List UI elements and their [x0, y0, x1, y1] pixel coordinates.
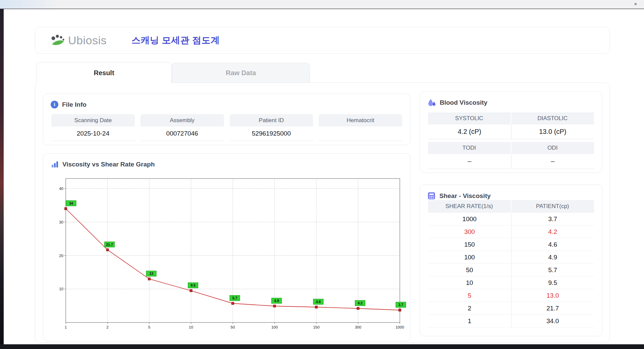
table-row: 150 4.6 [428, 238, 594, 251]
svg-text:1000: 1000 [395, 325, 404, 329]
ubiosis-logo-text: Ubiosis [68, 34, 107, 47]
systolic-value: 4.2 (cP) [428, 124, 511, 139]
shear-rate-cell: 10 [428, 277, 511, 289]
file-info-fields: Scanning Date 2025-10-24 Assembly 000727… [43, 108, 410, 141]
table-row: 1000 3.7 [428, 213, 594, 226]
leaf-dots-icon [51, 34, 66, 47]
blood-viscosity-title: Blood Viscosity [440, 99, 487, 106]
shear-rate-cell: 300 [428, 226, 511, 238]
shear-rate-cell: 1 [428, 315, 511, 328]
svg-text:4.2: 4.2 [358, 301, 363, 305]
table-row: 300 4.2 [428, 226, 594, 238]
app-title: 스캐닝 모세관 점도계 [131, 34, 220, 46]
field-assembly: Assembly 000727046 [141, 114, 224, 141]
svg-text:30: 30 [59, 220, 63, 224]
blood-viscosity-header: Blood Viscosity [420, 92, 602, 107]
calculator-icon [427, 192, 436, 200]
close-icon[interactable]: × [633, 1, 639, 7]
svg-text:10: 10 [59, 287, 63, 291]
svg-text:1: 1 [65, 325, 67, 329]
svg-text:4.6: 4.6 [316, 300, 321, 304]
patient-cell: 5.7 [511, 264, 594, 277]
table-row: 50 5.7 [428, 264, 594, 277]
systolic-label: SYSTOLIC [428, 112, 511, 124]
svg-text:150: 150 [313, 325, 319, 329]
shear-rate-cell: 50 [428, 264, 511, 277]
svg-text:100: 100 [271, 325, 278, 329]
todi-label: TODI [428, 142, 511, 154]
bv-header-row: TODI ODI [428, 142, 594, 154]
diastolic-value: 13.0 (cP) [511, 124, 594, 139]
svg-text:10: 10 [189, 325, 193, 329]
patient-cell: 4.6 [511, 238, 594, 251]
field-scanning-date: Scanning Date 2025-10-24 [51, 114, 135, 141]
svg-text:9.5: 9.5 [191, 283, 196, 287]
svg-text:5.7: 5.7 [232, 296, 237, 300]
svg-text:20: 20 [59, 254, 63, 258]
field-patient-id: Patient ID 52961925000 [230, 114, 313, 141]
field-label: Assembly [141, 114, 224, 127]
field-value [319, 127, 402, 141]
bar-chart-icon [51, 160, 59, 168]
svg-text:21.7: 21.7 [106, 243, 113, 247]
droplet-icon [427, 98, 436, 107]
patient-cell: 4.9 [511, 251, 594, 264]
file-info-card: i File Info Scanning Date 2025-10-24 Ass… [43, 94, 411, 145]
field-value: 52961925000 [230, 127, 313, 141]
graph-header: Viscosity vs Shear Rate Graph [43, 154, 410, 168]
patient-cell: 13.0 [511, 289, 594, 302]
file-info-header: i File Info [43, 94, 410, 108]
tab-result[interactable]: Result [36, 62, 172, 83]
bv-value-row: 4.2 (cP) 13.0 (cP) [428, 124, 594, 139]
shear-table-header: SHEAR RATE(1/s) PATIENT(cp) [428, 200, 594, 213]
shear-rate-cell: 100 [428, 251, 511, 264]
shear-rate-column-header: SHEAR RATE(1/s) [428, 200, 511, 213]
bv-header-row: SYSTOLIC DIASTOLIC [428, 112, 594, 124]
odi-value: – [511, 154, 594, 169]
table-row: 2 21.7 [428, 302, 594, 315]
patient-cell: 21.7 [511, 302, 594, 315]
patient-cell: 3.7 [511, 213, 594, 226]
patient-cell: 34.0 [511, 315, 594, 328]
viscosity-chart: 10203040125105010015030010003421.7139.55… [54, 175, 407, 331]
svg-text:13: 13 [149, 271, 153, 276]
blood-viscosity-card: Blood Viscosity SYSTOLIC DIASTOLIC 4.2 (… [420, 91, 602, 173]
viscosity-graph-card: Viscosity vs Shear Rate Graph 1020304012… [43, 153, 411, 341]
patient-cell: 4.2 [511, 226, 594, 238]
shear-viscosity-title: Shear - Viscosity [439, 192, 491, 200]
app-header: Ubiosis 스캐닝 모세관 점도계 [35, 27, 610, 54]
tab-raw-data[interactable]: Raw Data [172, 63, 310, 83]
patient-cell: 9.5 [511, 277, 594, 289]
file-info-title: File Info [62, 101, 87, 108]
svg-text:300: 300 [355, 325, 361, 329]
field-value: 2025-10-24 [51, 127, 135, 141]
graph-title: Viscosity vs Shear Rate Graph [62, 161, 155, 168]
result-panel: i File Info Scanning Date 2025-10-24 Ass… [35, 83, 610, 343]
ubiosis-logo: Ubiosis [51, 34, 107, 47]
svg-text:5: 5 [148, 325, 150, 329]
info-icon: i [51, 101, 58, 108]
todi-value: – [428, 154, 511, 169]
svg-text:4.9: 4.9 [274, 299, 279, 303]
diastolic-label: DIASTOLIC [511, 112, 594, 124]
svg-text:40: 40 [59, 187, 63, 191]
window-titlebar: × [0, 0, 644, 9]
patient-column-header: PATIENT(cp) [511, 200, 594, 213]
svg-text:2: 2 [106, 325, 108, 329]
shear-viscosity-card: Shear - Viscosity SHEAR RATE(1/s) PATIEN… [420, 185, 602, 336]
svg-text:50: 50 [231, 325, 235, 329]
field-label: Scanning Date [51, 114, 135, 127]
shear-rate-cell: 150 [428, 238, 511, 251]
table-row: 1 34.0 [428, 315, 594, 328]
field-value: 000727046 [141, 127, 224, 141]
desktop-edge-strip [0, 9, 4, 344]
odi-label: ODI [511, 142, 594, 154]
table-row: 10 9.5 [428, 277, 594, 289]
table-row: 5 13.0 [428, 289, 594, 302]
app-window: Ubiosis 스캐닝 모세관 점도계 Result Raw Data i Fi… [4, 9, 644, 344]
field-label: Hematocrit [319, 114, 402, 127]
shear-viscosity-header: Shear - Viscosity [420, 185, 602, 200]
svg-text:34: 34 [69, 201, 73, 205]
shear-rate-cell: 1000 [428, 213, 511, 226]
shear-rate-cell: 5 [428, 289, 511, 302]
